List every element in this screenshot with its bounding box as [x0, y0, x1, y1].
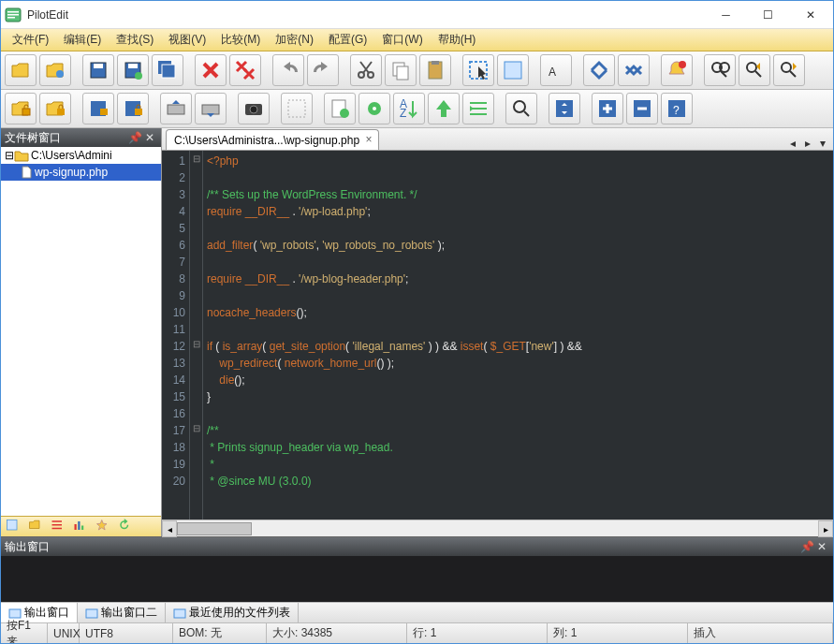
- tab-prev-icon[interactable]: ◂: [786, 137, 799, 150]
- minimize-button[interactable]: ─: [705, 2, 747, 28]
- tool1-button[interactable]: [281, 93, 313, 124]
- code-line[interactable]: * @since MU (3.0.0): [207, 473, 829, 490]
- up-button[interactable]: [428, 93, 460, 124]
- code-line[interactable]: die();: [207, 372, 829, 388]
- camera-button[interactable]: [238, 93, 270, 124]
- chart-button[interactable]: [72, 519, 91, 535]
- fold-gutter[interactable]: ⊟⊟⊟: [190, 151, 203, 520]
- output-close-icon[interactable]: ✕: [814, 539, 829, 554]
- refresh-button[interactable]: [117, 519, 136, 535]
- find-prev-button[interactable]: [739, 54, 770, 86]
- alert-button[interactable]: [661, 54, 693, 86]
- delete-all-button[interactable]: [229, 54, 261, 86]
- menu-item-7[interactable]: 窗口(W): [374, 29, 430, 51]
- server-save-button[interactable]: [117, 93, 149, 124]
- select-all-button[interactable]: [497, 54, 529, 86]
- server-open-button[interactable]: [82, 93, 114, 124]
- find-next-button[interactable]: [773, 54, 805, 86]
- fold-marker[interactable]: ⊟: [190, 336, 202, 353]
- expand-button[interactable]: [583, 54, 615, 86]
- code-line[interactable]: require __DIR__ . '/wp-load.php';: [207, 203, 829, 220]
- code-line[interactable]: [207, 254, 829, 271]
- undo-button[interactable]: [272, 54, 304, 86]
- bottom-tab-1[interactable]: 输出窗口二: [78, 603, 166, 623]
- code-editor[interactable]: 1234567891011121314151617181920 ⊟⊟⊟ <?ph…: [162, 151, 833, 520]
- panel-pin-icon[interactable]: 📌: [127, 130, 142, 145]
- code-line[interactable]: [207, 405, 829, 422]
- menu-item-5[interactable]: 加密(N): [268, 29, 321, 51]
- code-line[interactable]: wp_redirect( network_home_url() );: [207, 355, 829, 372]
- lock-save-button[interactable]: [39, 93, 71, 124]
- tree-mode-button[interactable]: [5, 519, 23, 535]
- scroll-right-icon[interactable]: ▸: [818, 520, 833, 537]
- copy-button[interactable]: [385, 54, 417, 86]
- code-line[interactable]: * Prints signup_header via wp_head.: [207, 439, 829, 456]
- indent-button[interactable]: [462, 93, 494, 124]
- sort-az-button[interactable]: AZ: [393, 93, 425, 124]
- code-line[interactable]: [207, 220, 829, 237]
- tab-menu-icon[interactable]: ▾: [816, 137, 829, 150]
- menu-item-0[interactable]: 文件(F): [5, 29, 56, 51]
- tab-next-icon[interactable]: ▸: [801, 137, 814, 150]
- code-line[interactable]: add_filter( 'wp_robots', 'wp_robots_no_r…: [207, 237, 829, 254]
- tree-file[interactable]: wp-signup.php: [1, 164, 161, 181]
- menu-item-3[interactable]: 视图(V): [161, 29, 213, 51]
- code-line[interactable]: require __DIR__ . '/wp-blog-header.php';: [207, 271, 829, 287]
- doc-gear-button[interactable]: [324, 93, 356, 124]
- collapse-button[interactable]: [618, 54, 650, 86]
- lock-open-button[interactable]: [5, 93, 37, 124]
- maximize-button[interactable]: ☐: [747, 2, 789, 28]
- code-line[interactable]: [207, 169, 829, 186]
- minus-button[interactable]: [626, 93, 658, 124]
- code-line[interactable]: /**: [207, 422, 829, 439]
- file-tree[interactable]: ⊟ C:\Users\Admini wp-signup.php: [1, 147, 161, 516]
- server-sync2-button[interactable]: [195, 93, 227, 124]
- find-button[interactable]: [704, 54, 736, 86]
- menu-item-2[interactable]: 查找(S): [109, 29, 161, 51]
- help-button[interactable]: ?: [661, 93, 693, 124]
- cut-button[interactable]: [350, 54, 382, 86]
- output-body[interactable]: [1, 556, 833, 602]
- menu-item-6[interactable]: 配置(G): [321, 29, 374, 51]
- code-line[interactable]: [207, 287, 829, 304]
- scroll-thumb[interactable]: [177, 522, 252, 535]
- document-tab[interactable]: C:\Users\Administra...\wp-signup.php ×: [166, 129, 379, 150]
- tab-close-icon[interactable]: ×: [363, 134, 374, 145]
- server-sync-button[interactable]: [160, 93, 192, 124]
- code-line[interactable]: }: [207, 388, 829, 405]
- gear-button[interactable]: [358, 93, 390, 124]
- close-button[interactable]: ✕: [789, 2, 831, 28]
- scroll-left-icon[interactable]: ◂: [162, 520, 177, 537]
- code-line[interactable]: /** Sets up the WordPress Environment. *…: [207, 186, 829, 203]
- output-pin-icon[interactable]: 📌: [799, 539, 814, 554]
- code-line[interactable]: nocache_headers();: [207, 304, 829, 321]
- folder-view-button[interactable]: [27, 519, 46, 535]
- delete-button[interactable]: [195, 54, 227, 86]
- code-line[interactable]: if ( is_array( get_site_option( 'illegal…: [207, 338, 829, 355]
- tree-root[interactable]: ⊟ C:\Users\Admini: [1, 147, 161, 164]
- font-button[interactable]: A: [540, 54, 572, 86]
- code-line[interactable]: <?php: [207, 153, 829, 169]
- code-content[interactable]: <?php /** Sets up the WordPress Environm…: [203, 151, 833, 520]
- star-button[interactable]: [95, 519, 113, 535]
- panel-close-icon[interactable]: ✕: [142, 130, 157, 145]
- fold-marker[interactable]: ⊟: [190, 151, 202, 168]
- menu-item-8[interactable]: 帮助(H): [431, 29, 484, 51]
- code-line[interactable]: [207, 321, 829, 338]
- menu-item-1[interactable]: 编辑(E): [56, 29, 109, 51]
- plus-button[interactable]: [592, 93, 623, 124]
- code-line[interactable]: *: [207, 456, 829, 473]
- v-expand-button[interactable]: [549, 93, 580, 124]
- save-as-button[interactable]: [117, 54, 149, 86]
- list-view-button[interactable]: [50, 519, 68, 535]
- save-all-button[interactable]: [152, 54, 183, 86]
- bottom-tab-2[interactable]: 最近使用的文件列表: [166, 603, 299, 623]
- search-button[interactable]: [505, 93, 537, 124]
- menu-item-4[interactable]: 比较(M): [213, 29, 268, 51]
- select-button[interactable]: [462, 54, 494, 86]
- fold-marker[interactable]: ⊟: [190, 420, 202, 437]
- horizontal-scrollbar[interactable]: ◂ ▸: [162, 520, 833, 536]
- open-folder-button[interactable]: [39, 54, 71, 86]
- paste-button[interactable]: [419, 54, 451, 86]
- save-button[interactable]: [82, 54, 114, 86]
